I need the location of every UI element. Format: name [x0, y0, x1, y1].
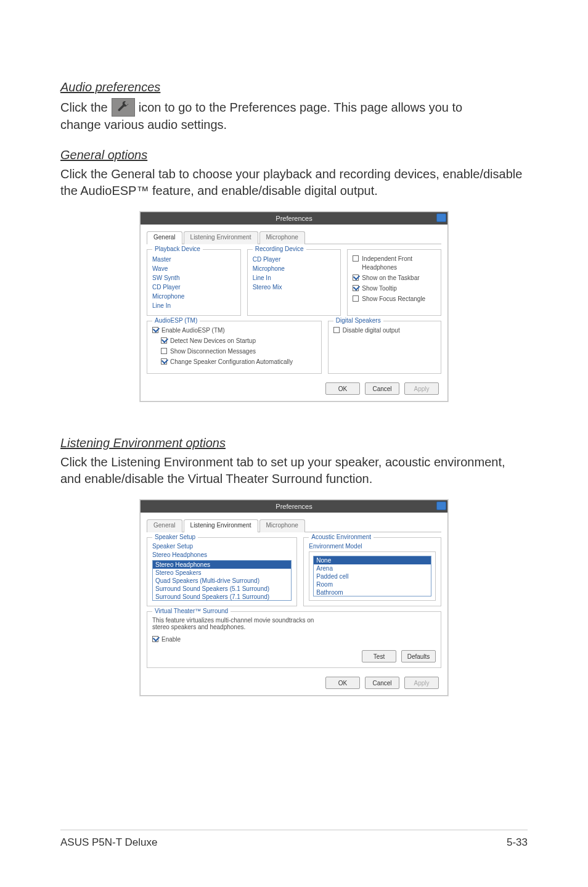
- checkbox-vts-enable[interactable]: Enable: [152, 635, 436, 644]
- checkbox-independent-front-headphones[interactable]: Independent Front Headphones: [353, 255, 436, 272]
- group-virtual-theater-surround: Virtual Theater™ Surround This feature v…: [147, 611, 441, 668]
- defaults-button[interactable]: Defaults: [401, 650, 436, 662]
- list-item[interactable]: Quad Speakers (Multi-drive Surround): [153, 577, 291, 585]
- recording-device-list[interactable]: CD Player Microphone Line In Stereo Mix: [253, 255, 336, 292]
- general-options-body: Click the General tab to choose your pla…: [60, 166, 528, 199]
- group-title: Playback Device: [152, 245, 203, 252]
- general-bottom-row: AudioESP (TM) Enable AudioESP (TM) Detec…: [147, 321, 441, 379]
- group-other-options: Independent Front Headphones Show on the…: [347, 249, 441, 316]
- checkbox-label: Show Focus Rectangle: [362, 295, 425, 303]
- test-button[interactable]: Test: [362, 650, 396, 662]
- playback-device-list[interactable]: Master Wave SW Synth CD Player Microphon…: [152, 255, 235, 310]
- heading-listening-environment: Listening Environment options: [60, 436, 528, 450]
- section-audio-preferences: Audio preferences Click the icon to go t…: [60, 80, 528, 133]
- environment-model-box: None Arena Padded cell Room Bathroom: [309, 551, 436, 601]
- list-item[interactable]: Room: [314, 580, 431, 588]
- environment-model-select[interactable]: None Arena Padded cell Room Bathroom: [313, 556, 431, 596]
- text-fragment: Click the: [60, 99, 108, 116]
- tab-microphone[interactable]: Microphone: [259, 231, 305, 244]
- list-item[interactable]: SW Synth: [152, 273, 235, 283]
- section-general-options: General options Click the General tab to…: [60, 148, 528, 402]
- tab-listening-environment[interactable]: Listening Environment: [184, 231, 258, 244]
- group-digital-speakers: Digital Speakers Disable digital output: [328, 321, 441, 374]
- text-fragment: change various audio settings.: [60, 117, 528, 133]
- list-item[interactable]: Wave: [152, 264, 235, 273]
- listening-top-row: Speaker Setup Speaker Setup Stereo Headp…: [147, 537, 441, 611]
- apply-button[interactable]: Apply: [404, 382, 439, 395]
- listening-environment-body: Click the Listening Environment tab to s…: [60, 454, 528, 487]
- list-item[interactable]: Line In: [152, 301, 235, 310]
- ok-button[interactable]: OK: [325, 677, 360, 689]
- list-item[interactable]: CD Player: [152, 283, 235, 292]
- list-item[interactable]: Master: [152, 255, 235, 264]
- checkbox-label: Enable: [161, 635, 181, 644]
- checkbox-label: Independent Front Headphones: [362, 255, 436, 272]
- list-item[interactable]: Stereo Mix: [253, 283, 336, 292]
- preferences-window-general: Preferences General Listening Environmen…: [140, 212, 448, 402]
- dialog-button-row: OK Cancel Apply: [147, 379, 441, 396]
- vts-description: This feature virtualizes multi-channel m…: [152, 617, 322, 630]
- tab-microphone[interactable]: Microphone: [259, 519, 305, 532]
- close-icon[interactable]: [436, 213, 446, 222]
- checkbox-show-on-taskbar[interactable]: Show on the Taskbar: [353, 274, 436, 283]
- preferences-window-listening: Preferences General Listening Environmen…: [140, 500, 448, 696]
- group-acoustic-environment: Acoustic Environment Environment Model N…: [303, 537, 441, 606]
- window-title: Preferences: [276, 215, 312, 222]
- footer-left: ASUS P5N-T Deluxe: [60, 836, 157, 849]
- cancel-button[interactable]: Cancel: [365, 677, 399, 689]
- apply-button[interactable]: Apply: [404, 677, 439, 689]
- wrench-icon: [112, 98, 135, 117]
- list-item[interactable]: CD Player: [253, 255, 336, 264]
- tab-listening-environment[interactable]: Listening Environment: [184, 519, 258, 532]
- list-item[interactable]: Microphone: [253, 264, 336, 273]
- group-title: Digital Speakers: [333, 317, 383, 324]
- group-playback-device: Playback Device Master Wave SW Synth CD …: [147, 249, 241, 316]
- dialog-button-row: OK Cancel Apply: [147, 673, 441, 690]
- section-listening-environment: Listening Environment options Click the …: [60, 436, 528, 696]
- environment-model-label: Environment Model: [309, 543, 436, 550]
- group-title: Speaker Setup: [152, 534, 198, 540]
- tabs: General Listening Environment Microphone: [147, 519, 441, 532]
- list-item[interactable]: Stereo Speakers: [153, 569, 291, 577]
- vts-button-row: Test Defaults: [152, 650, 436, 662]
- checkbox-show-focus-rectangle[interactable]: Show Focus Rectangle: [353, 295, 436, 303]
- audio-preferences-body: Click the icon to go to the Preferences …: [60, 98, 528, 117]
- ok-button[interactable]: OK: [325, 382, 360, 395]
- checkbox-label: Change Speaker Configuration Automatical…: [170, 358, 293, 366]
- list-item[interactable]: Bathroom: [314, 588, 431, 596]
- list-item[interactable]: None: [314, 556, 431, 564]
- speaker-setup-select[interactable]: Stereo Headphones Stereo Speakers Quad S…: [152, 560, 292, 601]
- window-body: General Listening Environment Microphone…: [141, 513, 447, 695]
- list-item[interactable]: Stereo Headphones: [153, 561, 291, 569]
- checkbox-label: Show Disconnection Messages: [170, 347, 256, 356]
- checkbox-label: Show Tooltip: [362, 284, 397, 293]
- tab-general[interactable]: General: [147, 519, 182, 532]
- checkbox-label: Show on the Taskbar: [362, 274, 419, 283]
- cancel-button[interactable]: Cancel: [365, 382, 399, 395]
- close-icon[interactable]: [436, 501, 446, 510]
- list-item[interactable]: Padded cell: [314, 572, 431, 580]
- group-audioesp: AudioESP (TM) Enable AudioESP (TM) Detec…: [147, 321, 322, 374]
- checkbox-label: Enable AudioESP (TM): [161, 326, 225, 335]
- checkbox-enable-audioesp[interactable]: Enable AudioESP (TM): [152, 326, 316, 335]
- list-item[interactable]: Line In: [253, 273, 336, 283]
- checkbox-disable-digital-output[interactable]: Disable digital output: [333, 326, 436, 335]
- footer-right: 5-33: [507, 836, 528, 849]
- list-item[interactable]: Arena: [314, 564, 431, 572]
- checkbox-label: Disable digital output: [343, 326, 400, 335]
- list-item[interactable]: Microphone: [152, 292, 235, 301]
- window-titlebar: Preferences: [141, 500, 447, 513]
- document-page: Audio preferences Click the icon to go t…: [0, 0, 588, 887]
- checkbox-detect-new-devices[interactable]: Detect New Devices on Startup: [161, 337, 316, 345]
- group-speaker-setup: Speaker Setup Speaker Setup Stereo Headp…: [147, 537, 297, 606]
- figure-general-preferences: Preferences General Listening Environmen…: [60, 212, 528, 402]
- checkbox-show-tooltip[interactable]: Show Tooltip: [353, 284, 436, 293]
- window-titlebar: Preferences: [141, 212, 447, 225]
- list-item[interactable]: Surround Sound Speakers (5.1 Surround): [153, 585, 291, 593]
- tab-general[interactable]: General: [147, 231, 182, 244]
- text-fragment: icon to go to the Preferences page. This…: [139, 99, 463, 116]
- checkbox-change-speaker-config-auto[interactable]: Change Speaker Configuration Automatical…: [161, 358, 316, 366]
- group-recording-device: Recording Device CD Player Microphone Li…: [247, 249, 341, 316]
- list-item[interactable]: Surround Sound Speakers (7.1 Surround): [153, 593, 291, 601]
- checkbox-show-disconnection-messages[interactable]: Show Disconnection Messages: [161, 347, 316, 356]
